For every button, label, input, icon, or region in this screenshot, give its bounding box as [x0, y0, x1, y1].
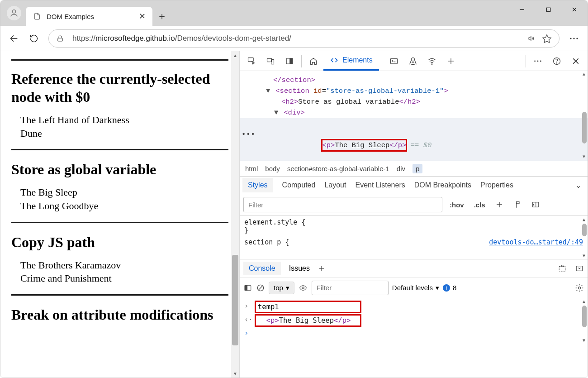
tree-scrollbar[interactable]: ▲▼: [580, 71, 588, 161]
list-item[interactable]: Crime and Punishment: [20, 272, 228, 285]
console-output[interactable]: › temp1 ‹· <p>The Big Sleep</p> › ▲▼: [240, 297, 588, 344]
browser-tab[interactable]: DOM Examples ✕: [26, 7, 152, 26]
expand-drawer-button[interactable]: [558, 264, 567, 273]
crumb[interactable]: div: [397, 165, 405, 172]
prompt-icon: ›: [244, 329, 251, 337]
main-split: Reference the currently-selected node wi…: [0, 51, 588, 378]
list-item[interactable]: The Big Sleep: [20, 186, 228, 199]
crumb[interactable]: section#store-as-global-variable-1: [287, 165, 389, 172]
console-settings-button[interactable]: [575, 283, 584, 292]
page-scrollbar[interactable]: ▲ ▼: [231, 51, 239, 378]
drawer-tab-console[interactable]: Console: [243, 262, 281, 275]
new-tab-button[interactable]: ＋: [152, 7, 171, 26]
crumb[interactable]: body: [265, 165, 280, 172]
help-button[interactable]: [548, 53, 566, 70]
tab-styles[interactable]: Styles: [242, 178, 273, 192]
devtools-toolbar: Elements: [240, 51, 588, 71]
settings-menu-button[interactable]: [564, 29, 584, 48]
svg-point-26: [556, 62, 557, 63]
welcome-tab[interactable]: [304, 53, 322, 70]
read-aloud-button[interactable]: [526, 34, 536, 43]
dock-drawer-button[interactable]: [575, 264, 584, 273]
context-selector[interactable]: top ▾: [269, 282, 294, 294]
svg-point-0: [12, 10, 15, 13]
refresh-button[interactable]: [24, 29, 44, 48]
crumb[interactable]: p: [413, 164, 422, 173]
more-tools-button[interactable]: [318, 265, 325, 272]
style-rule[interactable]: element.style {: [244, 218, 583, 226]
dom-node-selected[interactable]: ••• <p>The Big Sleep</p> == $0: [240, 118, 588, 161]
divider: [11, 149, 228, 150]
dom-node[interactable]: ▼ <section id="store-as-global-variable-…: [240, 86, 588, 96]
style-rule[interactable]: devtools-do…started/:49section p {: [244, 238, 583, 246]
dock-side-button[interactable]: [280, 53, 299, 70]
dom-tree[interactable]: </section> ▼ <section id="store-as-globa…: [240, 71, 588, 161]
device-toolbar-button[interactable]: [261, 53, 280, 70]
highlight-box: <p>The Big Sleep</p>: [322, 140, 406, 151]
cls-button[interactable]: .cls: [471, 199, 488, 211]
sources-shortcut[interactable]: [404, 53, 422, 70]
breadcrumb: html body section#store-as-global-variab…: [240, 161, 588, 176]
styles-filter-input[interactable]: [243, 197, 442, 212]
tab-close-button[interactable]: ✕: [138, 11, 146, 21]
back-button[interactable]: [4, 29, 24, 48]
favorite-button[interactable]: [542, 33, 552, 43]
svg-point-23: [537, 60, 539, 62]
list-item[interactable]: Dune: [20, 127, 228, 140]
toggle-sidebar-button[interactable]: [529, 199, 542, 211]
list-item[interactable]: The Long Goodbye: [20, 199, 228, 213]
live-expression-button[interactable]: [298, 284, 308, 292]
close-window-button[interactable]: [561, 0, 588, 19]
address-bar[interactable]: https://microsoftedge.github.io/Demos/de…: [48, 29, 560, 48]
style-rule[interactable]: }: [244, 226, 583, 234]
styles-scrollbar[interactable]: ▲▼: [580, 215, 588, 259]
console-scrollbar[interactable]: ▲▼: [580, 297, 588, 344]
tab-layout[interactable]: Layout: [324, 181, 346, 189]
styles-tabs: Styles Computed Layout Event Listeners D…: [240, 176, 588, 194]
tab-event-listeners[interactable]: Event Listeners: [355, 181, 405, 189]
svg-point-19: [432, 63, 432, 64]
network-shortcut[interactable]: [423, 53, 441, 70]
new-style-rule-button[interactable]: [493, 199, 506, 211]
drawer-tab-issues[interactable]: Issues: [289, 264, 310, 273]
more-actions-icon[interactable]: •••: [242, 129, 256, 140]
dom-node[interactable]: <h2>Store as global variable</h2>: [240, 96, 588, 107]
inspect-element-button[interactable]: [242, 53, 261, 70]
svg-point-8: [570, 38, 571, 39]
styles-rules[interactable]: element.style { } devtools-do…started/:4…: [240, 215, 588, 259]
tab-title: DOM Examples: [47, 13, 138, 20]
console-shortcut[interactable]: [385, 53, 403, 70]
crumb[interactable]: html: [245, 165, 258, 172]
copy-styles-button[interactable]: [511, 199, 524, 211]
tab-dom-breakpoints[interactable]: DOM Breakpoints: [414, 181, 471, 189]
minimize-button[interactable]: [509, 0, 535, 19]
tab-computed[interactable]: Computed: [282, 181, 316, 189]
svg-point-22: [534, 60, 536, 62]
console-line[interactable]: › temp1: [244, 300, 583, 314]
profile-button[interactable]: [7, 6, 21, 20]
site-info-button[interactable]: [56, 34, 64, 43]
console-prompt[interactable]: ›: [244, 327, 583, 339]
issues-count[interactable]: i8: [443, 284, 456, 292]
section-heading: Store as global variable: [11, 160, 228, 178]
maximize-button[interactable]: [535, 0, 561, 19]
clear-console-button[interactable]: [256, 283, 265, 292]
console-filter-input[interactable]: [312, 281, 389, 295]
log-levels-selector[interactable]: Default levels ▾: [392, 284, 439, 292]
dom-node[interactable]: ▼ <div>: [240, 107, 588, 118]
devtools-settings-button[interactable]: [529, 53, 547, 70]
console-sidebar-button[interactable]: [243, 284, 252, 292]
more-tabs-button[interactable]: [442, 53, 460, 70]
svg-rect-15: [290, 58, 293, 64]
close-devtools-button[interactable]: [567, 53, 585, 70]
svg-point-43: [579, 287, 581, 289]
source-link[interactable]: devtools-do…started/:49: [489, 238, 583, 246]
elements-tab[interactable]: Elements: [323, 52, 379, 71]
list-item[interactable]: The Left Hand of Darkness: [20, 113, 228, 127]
list-item[interactable]: The Brothers Karamazov: [20, 258, 228, 272]
chevron-down-icon[interactable]: ⌄: [575, 181, 585, 190]
hov-button[interactable]: :hov: [447, 199, 467, 211]
tab-properties[interactable]: Properties: [480, 181, 513, 189]
console-line[interactable]: ‹· <p>The Big Sleep</p>: [244, 314, 583, 327]
dom-node[interactable]: </section>: [240, 75, 588, 86]
